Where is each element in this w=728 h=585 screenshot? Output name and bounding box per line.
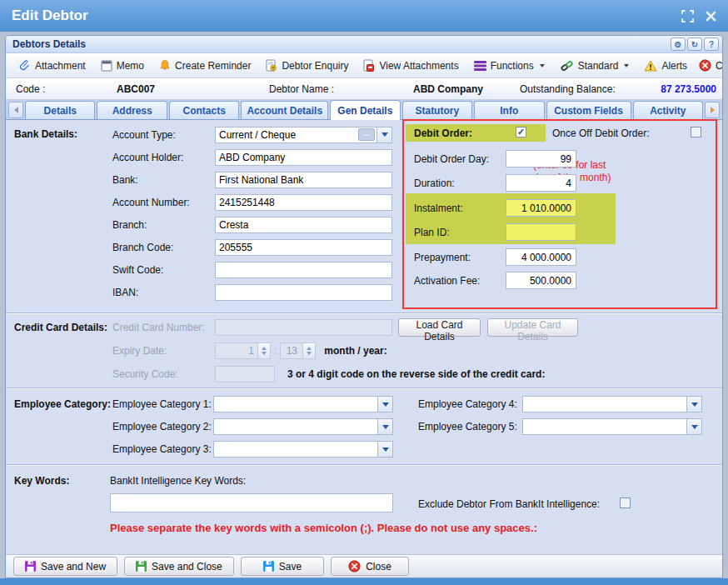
prepayment-label: Prepayment:: [404, 252, 506, 263]
spinner-down-icon: [307, 352, 312, 355]
once-off-debit-order-checkbox[interactable]: [691, 127, 701, 138]
employee-category-3-select[interactable]: [213, 441, 393, 458]
panel-header: Debtors Details ⚙ ↻ ?: [6, 36, 722, 53]
code-value: ABC007: [117, 83, 155, 95]
credit-card-number-input: [215, 319, 392, 336]
alerts-button[interactable]: Alerts: [638, 58, 693, 74]
expiry-date-label: Expiry Date:: [112, 345, 167, 357]
employee-category-2-select[interactable]: [213, 418, 393, 435]
tab-scroll-left-button[interactable]: [8, 102, 23, 118]
exclude-debtor-checkbox[interactable]: [620, 498, 631, 508]
gen-details-content: Bank Details: Account Type: Current / Ch…: [6, 120, 722, 554]
memo-button[interactable]: Memo: [95, 58, 150, 74]
outstanding-balance-value: 87 273.5000: [661, 83, 716, 95]
memo-icon: [101, 60, 112, 72]
employee-category-4-label: Employee Category 4:: [418, 398, 517, 410]
spinner-down-icon: [262, 352, 267, 355]
duration-input[interactable]: [506, 174, 576, 192]
bank-input[interactable]: [215, 172, 392, 188]
toolbar-close-label: Close: [716, 60, 723, 72]
employee-category-1-select[interactable]: [213, 396, 393, 412]
close-label: Close: [366, 561, 391, 572]
debit-order-day-input[interactable]: [506, 150, 576, 168]
tab-label: Statutory: [415, 105, 459, 117]
save-and-new-button[interactable]: Save and New: [13, 557, 117, 576]
tab-statutory[interactable]: Statutory: [402, 101, 472, 119]
chevron-down-icon: [540, 64, 545, 68]
window-close-button[interactable]: [706, 11, 716, 22]
prepayment-input[interactable]: [506, 248, 576, 266]
expiry-year-input: [280, 342, 303, 359]
account-number-label: Account Number:: [112, 197, 215, 208]
activation-fee-input[interactable]: [506, 272, 576, 289]
account-number-input[interactable]: [215, 194, 392, 211]
load-card-details-button[interactable]: Load Card Details: [398, 318, 481, 337]
tab-gen-details[interactable]: Gen Details: [330, 100, 400, 120]
expiry-year-spinner[interactable]: [303, 342, 316, 359]
toolbar: Attachment Memo Create Reminder Debtor E…: [6, 53, 722, 78]
employee-category-4-select[interactable]: [522, 396, 702, 412]
save-and-close-button[interactable]: Save and Close: [124, 557, 234, 576]
tab-scroll-right-button[interactable]: [705, 102, 720, 118]
save-button[interactable]: Save: [241, 557, 324, 576]
employee-category-4-dropdown-button[interactable]: [686, 397, 701, 412]
bank-details-section-label: Bank Details:: [14, 128, 77, 140]
title-bar: Edit Debtor: [0, 0, 728, 32]
employee-category-5-dropdown-button[interactable]: [686, 419, 701, 434]
expiry-month-spinner[interactable]: [258, 342, 271, 359]
save-label: Save: [279, 561, 302, 572]
tab-details[interactable]: Details: [25, 101, 95, 119]
instalment-input[interactable]: [506, 199, 576, 217]
debit-order-checkbox[interactable]: ✓: [516, 127, 526, 138]
tab-address[interactable]: Address: [97, 101, 167, 119]
bankit-keywords-input[interactable]: [110, 493, 393, 512]
account-holder-row: Account Holder:: [112, 146, 392, 168]
swift-code-input[interactable]: [215, 262, 392, 278]
iban-input[interactable]: [215, 284, 392, 301]
warning-triangle-icon: [644, 60, 657, 72]
expiry-month-input: [215, 342, 258, 359]
exclude-debtor-label: Exclude Debtor From BankIt Intelligence:: [418, 498, 600, 510]
expiry-separator: :: [274, 345, 277, 357]
tab-info[interactable]: Info: [474, 101, 544, 119]
tab-custom-fields[interactable]: Custom Fields: [546, 101, 631, 119]
branch-input[interactable]: [215, 217, 392, 233]
maximize-button[interactable]: [681, 10, 694, 22]
chevron-down-icon: [381, 132, 388, 137]
view-attachments-button[interactable]: View Attachments: [357, 57, 464, 74]
window-title: Edit Debtor: [12, 8, 670, 24]
employee-category-1-dropdown-button[interactable]: [377, 397, 392, 412]
account-holder-input[interactable]: [215, 149, 392, 166]
branch-code-input[interactable]: [215, 239, 392, 256]
tab-account-details[interactable]: Account Details: [241, 101, 328, 119]
standard-dropdown-button[interactable]: Standard: [554, 58, 636, 74]
save-and-new-label: Save and New: [41, 561, 106, 572]
employee-category-2-dropdown-button[interactable]: [377, 419, 392, 434]
tab-activity[interactable]: Activity: [633, 101, 703, 119]
functions-dropdown-button[interactable]: Functions: [468, 58, 551, 74]
chevron-down-icon: [691, 425, 698, 429]
employee-category-section: Employee Category: Employee Category 1: …: [6, 388, 722, 464]
tab-label: Address: [112, 105, 152, 117]
refresh-button[interactable]: ↻: [687, 38, 702, 51]
close-button[interactable]: Close: [331, 557, 409, 576]
debtor-enquiry-button[interactable]: Debtor Enquiry: [260, 57, 354, 74]
account-type-ellipsis-button[interactable]: ...: [358, 128, 375, 141]
gear-icon: ⚙: [675, 40, 682, 49]
prepayment-row: Prepayment:: [404, 245, 716, 269]
account-type-dropdown-button[interactable]: [376, 128, 391, 142]
save-floppy-icon: [25, 561, 36, 572]
bank-row: Bank:: [112, 168, 392, 191]
employee-category-5-select[interactable]: [522, 418, 702, 435]
attachment-button[interactable]: Attachment: [12, 57, 92, 74]
debit-order-day-label: Debit Order Day:: [404, 153, 506, 165]
account-type-combo[interactable]: Current / Cheque ...: [215, 127, 392, 143]
help-button[interactable]: ?: [704, 38, 719, 51]
tab-contacts[interactable]: Contacts: [169, 101, 239, 119]
toolbar-close-button[interactable]: Close: [693, 57, 723, 74]
create-reminder-button[interactable]: Create Reminder: [153, 57, 257, 74]
activation-fee-row: Activation Fee:: [404, 268, 716, 292]
settings-button[interactable]: ⚙: [671, 38, 686, 51]
employee-category-3-dropdown-button[interactable]: [377, 442, 392, 457]
plan-id-input[interactable]: [506, 223, 576, 241]
